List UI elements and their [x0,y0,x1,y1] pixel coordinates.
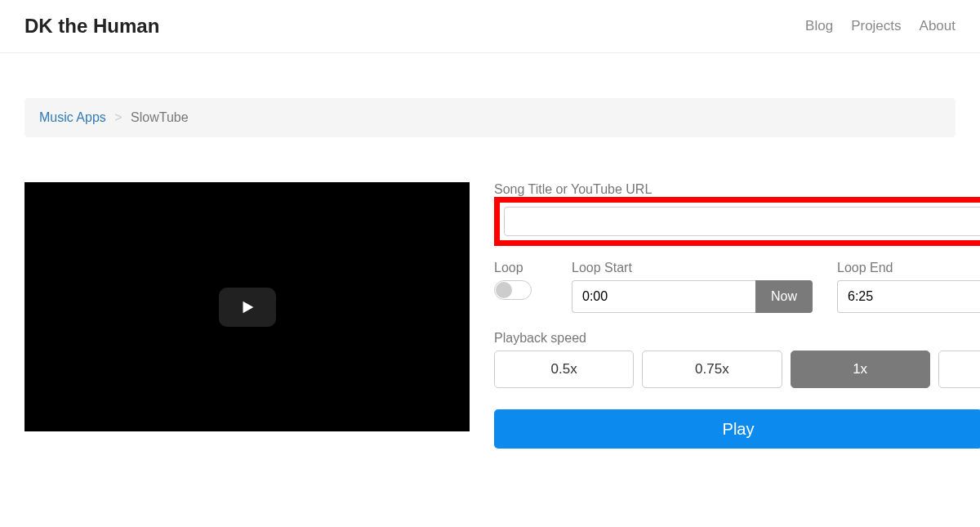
video-column [24,182,470,449]
loop-end-label: Loop End [837,261,980,275]
toggle-knob [496,282,512,298]
breadcrumb-parent[interactable]: Music Apps [39,110,106,124]
speed-label: Playback speed [494,331,980,346]
play-button[interactable]: Play [494,409,980,449]
loop-start-col: Loop Start Now [572,261,813,313]
speed-0-5x-button[interactable]: 0.5x [494,351,634,388]
site-title[interactable]: DK the Human [24,15,159,38]
play-icon [238,298,256,316]
speed-1x-button[interactable]: 1x [791,351,930,388]
speed-0-75x-button[interactable]: 0.75x [642,351,782,388]
controls-column: Song Title or YouTube URL Loop Loop Star… [494,182,980,449]
loop-start-input[interactable] [572,280,755,313]
breadcrumb: Music Apps > SlowTube [24,98,956,137]
speed-custom-button[interactable]: Custom [938,351,980,388]
video-player[interactable] [24,182,470,431]
speed-buttons: 0.5x 0.75x 1x Custom [494,351,980,388]
breadcrumb-current: SlowTube [131,110,189,124]
breadcrumb-separator: > [114,110,122,124]
top-nav: Blog Projects About [805,18,956,34]
url-highlight [494,197,980,246]
loop-col: Loop [494,261,547,313]
loop-row: Loop Loop Start Now Loop End [494,261,980,313]
site-header: DK the Human Blog Projects About [0,0,980,53]
loop-start-now-button[interactable]: Now [755,280,813,313]
nav-projects[interactable]: Projects [851,18,901,34]
loop-end-input[interactable] [837,280,980,313]
nav-blog[interactable]: Blog [805,18,833,34]
loop-label: Loop [494,261,547,275]
action-row: Play Share [494,409,980,449]
loop-toggle[interactable] [494,280,532,300]
main-content: Song Title or YouTube URL Loop Loop Star… [24,182,956,449]
url-label: Song Title or YouTube URL [494,182,980,197]
loop-start-label: Loop Start [572,261,813,275]
video-play-button[interactable] [219,288,276,327]
nav-about[interactable]: About [920,18,956,34]
url-input[interactable] [504,207,980,236]
loop-end-col: Loop End Now [837,261,980,313]
